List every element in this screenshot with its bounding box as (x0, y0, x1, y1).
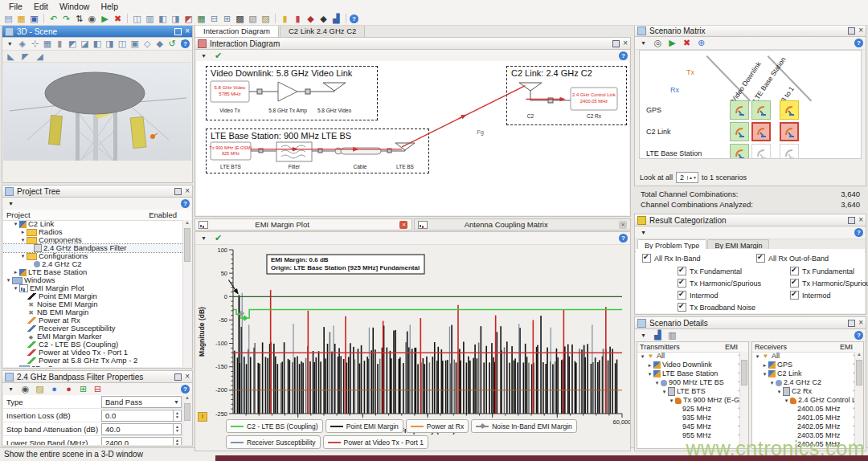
legend-receiver-susceptibility[interactable]: Receiver Susceptibility (226, 435, 321, 449)
plane-xy-icon[interactable]: ◣ (5, 51, 17, 62)
window-float-icon[interactable]: ◫ (131, 13, 143, 24)
tree-item[interactable]: Power at 5.8 GHz Tx Amp - 2 (3, 357, 183, 365)
column-enabled[interactable]: Enabled (149, 210, 188, 219)
tree-item[interactable]: ▾2.4 GHz Control Link* (752, 396, 856, 405)
checkbox-out-of-band-tx-harmonic-spurious[interactable]: Tx Harmonic/Spurious (790, 279, 868, 288)
matrix-cell-gps-0[interactable] (730, 100, 749, 120)
tree-item[interactable]: 925 MHz* (637, 405, 741, 414)
close-icon[interactable]: × (185, 373, 190, 381)
find-icon[interactable]: ◉ (86, 13, 98, 24)
edit-icon[interactable]: ▨ (34, 384, 46, 395)
tree-item[interactable]: ▸GPS* (752, 361, 856, 369)
thermometer-icon[interactable]: ▮ (55, 39, 65, 50)
run-icon[interactable]: ▶ (666, 38, 678, 49)
matrix-cell-gps-2[interactable] (780, 100, 799, 120)
legend-c2-lte-bs-coupling-[interactable]: C2 - LTE BS (Coupling) (226, 419, 323, 433)
help-icon[interactable]: ? (619, 51, 628, 60)
compare-icon[interactable]: ⇅ (73, 13, 85, 24)
pin-icon[interactable] (848, 27, 855, 35)
axes-icon[interactable]: ⊹ (30, 39, 40, 50)
tree-item[interactable]: 3D - Scene (3, 365, 183, 367)
checkbox-icon[interactable] (790, 267, 799, 275)
result-categorization-titlebar[interactable]: Result Categorization × (635, 214, 866, 226)
dropdown-icon[interactable]: ▾ (198, 51, 210, 62)
close-icon[interactable]: × (399, 221, 407, 229)
tab-c2-link-2-4-ghz-c2[interactable]: C2 Link 2.4 GHz C2 (280, 24, 365, 37)
collapse-arrow-icon[interactable]: ▾ (761, 369, 768, 378)
checkbox-icon[interactable] (678, 291, 686, 300)
tab-interaction-diagram[interactable]: Interaction Diagram (194, 24, 279, 37)
validate-icon[interactable]: ✔ (212, 233, 224, 244)
project-tree-titlebar[interactable]: Project Tree × (2, 186, 192, 198)
window-dock-icon[interactable]: ▥ (144, 13, 156, 24)
chart-icon[interactable]: ▟ (330, 13, 342, 24)
tree-item[interactable]: 2402.05 MHz* (752, 422, 856, 431)
tab-antenna-coupling-matrix[interactable]: Antenna Coupling Matrix× (414, 218, 632, 230)
collapse-arrow-icon[interactable]: ▾ (768, 378, 776, 387)
tree-item[interactable]: ▾▼All* (637, 352, 741, 361)
info-icon[interactable]: ● (48, 384, 60, 395)
checkbox-all-rx-out-of-band[interactable]: All Rx Out-of-Band (756, 254, 829, 263)
close-icon[interactable]: × (858, 27, 863, 35)
spinner-buttons[interactable]: ▲▼ (173, 438, 181, 446)
tree-item[interactable]: ▾C2 Link* (752, 369, 856, 378)
matrix-cell-lte-base-station-0[interactable] (730, 144, 749, 159)
scenario-details-titlebar[interactable]: Scenario Details × (635, 317, 866, 329)
property-dropdown[interactable]: Band Pass▼ (101, 396, 182, 408)
tree-item[interactable]: ▸Radios (3, 228, 183, 236)
video-downlink-block[interactable]: Video Downlink: 5.8 GHz Video Link 5.8 G… (206, 66, 378, 120)
view-bottom-icon[interactable]: ◆ (154, 39, 165, 50)
property-input[interactable]: 0.0▲▼ (101, 410, 182, 422)
checkbox-icon[interactable] (790, 291, 799, 300)
property-input[interactable]: 40.0▲▼ (101, 423, 182, 435)
checkbox-in-band-intermod[interactable]: Intermod (678, 291, 719, 300)
pin-icon[interactable] (174, 188, 182, 195)
tab-emi-margin-plot[interactable]: EMI Margin Plot× (194, 218, 412, 230)
checkbox-out-of-band-intermod[interactable]: Intermod (790, 291, 831, 300)
c2-link-block[interactable]: C2 Link: 2.4 GHz C2 2.4 GHz Control Link… (506, 66, 627, 125)
view-back-icon[interactable]: ◨ (104, 39, 115, 50)
matrix-cell-lte-base-station-2[interactable] (780, 144, 799, 159)
spinner-buttons[interactable]: ▲▼ (173, 410, 181, 421)
tree-item[interactable]: ▾LTE Base Station* (637, 369, 741, 378)
tree-item[interactable]: ▾C2 Link (3, 220, 183, 228)
emi-plot-canvas[interactable]: 100500-50-100-150-200-25010,00020,00030,… (196, 245, 630, 436)
dropdown-icon[interactable]: ▾ (198, 233, 210, 244)
expand-arrow-icon[interactable]: ▸ (12, 268, 19, 276)
receivers-emi-column[interactable]: EMI (840, 343, 861, 351)
collapse-arrow-icon[interactable]: ▾ (668, 396, 675, 405)
menu-help[interactable]: Help (95, 2, 124, 11)
legend-power-at-rx[interactable]: Power at Rx (406, 419, 469, 433)
settings-icon[interactable]: ▥ (666, 330, 678, 341)
tree-item[interactable]: 945 MHz* (637, 422, 741, 431)
collapse-arrow-icon[interactable]: ▾ (639, 352, 646, 361)
layout-corner-icon[interactable]: ◩ (182, 13, 194, 24)
tile-horizontal-icon[interactable]: ⊟ (208, 13, 220, 24)
close-icon[interactable]: × (185, 27, 190, 35)
remove-row-icon[interactable]: ⊟ (92, 384, 104, 395)
chevron-down-icon[interactable]: ▼ (174, 399, 181, 405)
run-icon[interactable]: ▶ (99, 13, 111, 24)
new-icon[interactable]: ▤ (2, 13, 14, 24)
layout-right-icon[interactable]: ◨ (170, 13, 182, 24)
collapse-arrow-icon[interactable]: ▾ (783, 396, 790, 405)
tile-vertical-icon[interactable]: ⊞ (221, 13, 233, 24)
abort-icon[interactable]: ✖ (681, 38, 693, 49)
layout-left-icon[interactable]: ◧ (157, 13, 169, 24)
validate-icon[interactable]: ✔ (212, 51, 224, 62)
expand-arrow-icon[interactable]: ▸ (761, 361, 768, 369)
tree-item[interactable]: ▾▼All* (752, 352, 856, 361)
checkbox-in-band-tx-harmonic-spurious[interactable]: Tx Harmonic/Spurious (678, 279, 761, 288)
collapse-arrow-icon[interactable]: ▾ (12, 284, 19, 292)
view-top-icon[interactable]: ◇ (142, 39, 153, 50)
close-icon[interactable]: × (858, 216, 863, 224)
scenario-matrix-titlebar[interactable]: Scenario Matrix × (635, 25, 866, 37)
transmitters-scrollbar[interactable] (739, 352, 748, 448)
view-right-icon[interactable]: ▣ (129, 39, 140, 50)
column-project[interactable]: Project (6, 210, 31, 219)
tree-item[interactable]: ▾C2 Rx* (752, 387, 856, 396)
open-icon[interactable]: ▦ (15, 13, 27, 24)
tree-item[interactable]: ▾Tx 900 MHz (E-GSM)* (637, 396, 741, 405)
help-icon[interactable]: ? (181, 199, 190, 208)
help-icon[interactable]: ? (854, 228, 863, 237)
